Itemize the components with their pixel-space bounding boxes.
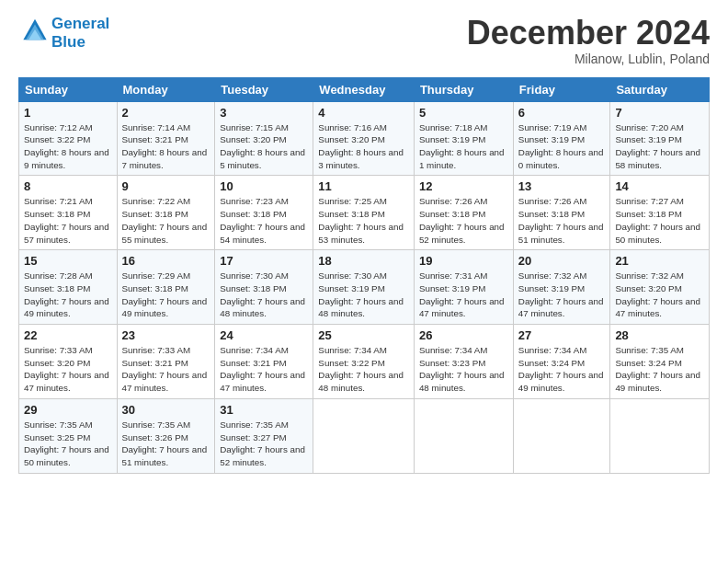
calendar-cell — [513, 398, 610, 473]
weekday-header-tuesday: Tuesday — [215, 77, 313, 101]
day-info: Sunrise: 7:30 AMSunset: 3:19 PMDaylight:… — [318, 270, 409, 320]
day-info: Sunrise: 7:27 AMSunset: 3:18 PMDaylight:… — [615, 195, 704, 246]
day-number: 17 — [220, 254, 308, 268]
day-info: Sunrise: 7:18 AMSunset: 3:19 PMDaylight:… — [419, 121, 508, 172]
day-info: Sunrise: 7:34 AMSunset: 3:24 PMDaylight:… — [518, 344, 606, 395]
day-number: 30 — [122, 403, 210, 417]
day-info: Sunrise: 7:34 AMSunset: 3:23 PMDaylight:… — [419, 344, 508, 395]
weekday-header-wednesday: Wednesday — [313, 77, 415, 101]
day-number: 9 — [122, 179, 210, 193]
calendar-cell: 1Sunrise: 7:12 AMSunset: 3:22 PMDaylight… — [19, 101, 118, 176]
day-info: Sunrise: 7:32 AMSunset: 3:19 PMDaylight:… — [518, 270, 606, 320]
day-number: 8 — [24, 179, 112, 193]
day-info: Sunrise: 7:20 AMSunset: 3:19 PMDaylight:… — [615, 121, 704, 172]
calendar-week-4: 22Sunrise: 7:33 AMSunset: 3:20 PMDayligh… — [19, 325, 710, 399]
calendar-cell: 25Sunrise: 7:34 AMSunset: 3:22 PMDayligh… — [313, 325, 415, 399]
day-number: 15 — [24, 254, 112, 268]
day-info: Sunrise: 7:12 AMSunset: 3:22 PMDaylight:… — [24, 121, 112, 172]
calendar-cell: 22Sunrise: 7:33 AMSunset: 3:20 PMDayligh… — [19, 325, 118, 399]
calendar-cell: 18Sunrise: 7:30 AMSunset: 3:19 PMDayligh… — [313, 250, 415, 325]
day-number: 14 — [615, 179, 704, 193]
day-number: 2 — [122, 106, 210, 120]
calendar-cell: 23Sunrise: 7:33 AMSunset: 3:21 PMDayligh… — [117, 325, 215, 399]
calendar-cell: 28Sunrise: 7:35 AMSunset: 3:24 PMDayligh… — [610, 325, 710, 399]
day-number: 19 — [419, 254, 508, 268]
calendar-cell: 24Sunrise: 7:34 AMSunset: 3:21 PMDayligh… — [215, 325, 313, 399]
weekday-header-monday: Monday — [117, 77, 215, 101]
logo-line2: Blue — [51, 33, 109, 52]
logo-general: General — [51, 15, 109, 32]
calendar-cell: 27Sunrise: 7:34 AMSunset: 3:24 PMDayligh… — [513, 325, 610, 399]
day-number: 23 — [122, 328, 210, 342]
day-number: 18 — [318, 254, 409, 268]
day-number: 7 — [615, 106, 704, 120]
day-number: 4 — [318, 106, 409, 120]
day-info: Sunrise: 7:35 AMSunset: 3:25 PMDaylight:… — [24, 419, 112, 469]
day-number: 29 — [24, 403, 112, 417]
day-info: Sunrise: 7:15 AMSunset: 3:20 PMDaylight:… — [220, 121, 308, 172]
day-number: 28 — [615, 328, 704, 342]
day-number: 5 — [419, 106, 508, 120]
day-number: 27 — [518, 328, 606, 342]
day-number: 25 — [318, 328, 409, 342]
calendar-table: SundayMondayTuesdayWednesdayThursdayFrid… — [18, 77, 710, 474]
logo-icon — [22, 17, 48, 42]
calendar-cell: 20Sunrise: 7:32 AMSunset: 3:19 PMDayligh… — [513, 250, 610, 325]
day-info: Sunrise: 7:32 AMSunset: 3:20 PMDaylight:… — [615, 270, 704, 320]
day-info: Sunrise: 7:35 AMSunset: 3:24 PMDaylight:… — [615, 344, 704, 395]
calendar-cell: 26Sunrise: 7:34 AMSunset: 3:23 PMDayligh… — [414, 325, 513, 399]
day-info: Sunrise: 7:22 AMSunset: 3:18 PMDaylight:… — [122, 195, 210, 246]
day-info: Sunrise: 7:19 AMSunset: 3:19 PMDaylight:… — [518, 121, 606, 172]
calendar-cell: 13Sunrise: 7:26 AMSunset: 3:18 PMDayligh… — [513, 176, 610, 250]
calendar-week-2: 8Sunrise: 7:21 AMSunset: 3:18 PMDaylight… — [19, 176, 710, 250]
calendar-cell: 6Sunrise: 7:19 AMSunset: 3:19 PMDaylight… — [513, 101, 610, 176]
calendar-week-5: 29Sunrise: 7:35 AMSunset: 3:25 PMDayligh… — [19, 398, 710, 473]
day-info: Sunrise: 7:34 AMSunset: 3:21 PMDaylight:… — [220, 344, 308, 395]
month-title: December 2024 — [467, 15, 710, 52]
calendar-cell: 14Sunrise: 7:27 AMSunset: 3:18 PMDayligh… — [610, 176, 710, 250]
day-number: 6 — [518, 106, 606, 120]
calendar-cell: 17Sunrise: 7:30 AMSunset: 3:18 PMDayligh… — [215, 250, 313, 325]
day-info: Sunrise: 7:35 AMSunset: 3:26 PMDaylight:… — [122, 419, 210, 469]
day-number: 24 — [220, 328, 308, 342]
day-info: Sunrise: 7:25 AMSunset: 3:18 PMDaylight:… — [318, 195, 409, 246]
day-info: Sunrise: 7:33 AMSunset: 3:21 PMDaylight:… — [122, 344, 210, 395]
page: General Blue December 2024 Milanow, Lubl… — [0, 0, 728, 483]
day-number: 21 — [615, 254, 704, 268]
calendar-cell — [610, 398, 710, 473]
day-info: Sunrise: 7:26 AMSunset: 3:18 PMDaylight:… — [518, 195, 606, 246]
weekday-header-thursday: Thursday — [414, 77, 513, 101]
calendar-cell: 31Sunrise: 7:35 AMSunset: 3:27 PMDayligh… — [215, 398, 313, 473]
day-info: Sunrise: 7:33 AMSunset: 3:20 PMDaylight:… — [24, 344, 112, 395]
day-number: 16 — [122, 254, 210, 268]
calendar-cell: 10Sunrise: 7:23 AMSunset: 3:18 PMDayligh… — [215, 176, 313, 250]
day-number: 20 — [518, 254, 606, 268]
day-info: Sunrise: 7:31 AMSunset: 3:19 PMDaylight:… — [419, 270, 508, 320]
calendar-cell: 30Sunrise: 7:35 AMSunset: 3:26 PMDayligh… — [117, 398, 215, 473]
day-number: 12 — [419, 179, 508, 193]
calendar-week-3: 15Sunrise: 7:28 AMSunset: 3:18 PMDayligh… — [19, 250, 710, 325]
logo: General Blue — [18, 15, 109, 52]
calendar-cell: 12Sunrise: 7:26 AMSunset: 3:18 PMDayligh… — [414, 176, 513, 250]
calendar-week-1: 1Sunrise: 7:12 AMSunset: 3:22 PMDaylight… — [19, 101, 710, 176]
day-info: Sunrise: 7:23 AMSunset: 3:18 PMDaylight:… — [220, 195, 308, 246]
day-info: Sunrise: 7:26 AMSunset: 3:18 PMDaylight:… — [419, 195, 508, 246]
location-subtitle: Milanow, Lublin, Poland — [467, 52, 710, 66]
day-info: Sunrise: 7:28 AMSunset: 3:18 PMDaylight:… — [24, 270, 112, 320]
header: General Blue December 2024 Milanow, Lubl… — [18, 15, 710, 66]
weekday-header-friday: Friday — [513, 77, 610, 101]
day-number: 1 — [24, 106, 112, 120]
day-number: 3 — [220, 106, 308, 120]
weekday-header-sunday: Sunday — [19, 77, 118, 101]
day-number: 11 — [318, 179, 409, 193]
weekday-header-saturday: Saturday — [610, 77, 710, 101]
weekday-header-row: SundayMondayTuesdayWednesdayThursdayFrid… — [19, 77, 710, 101]
day-number: 10 — [220, 179, 308, 193]
day-number: 22 — [24, 328, 112, 342]
day-info: Sunrise: 7:16 AMSunset: 3:20 PMDaylight:… — [318, 121, 409, 172]
day-number: 13 — [518, 179, 606, 193]
calendar-cell: 2Sunrise: 7:14 AMSunset: 3:21 PMDaylight… — [117, 101, 215, 176]
day-info: Sunrise: 7:34 AMSunset: 3:22 PMDaylight:… — [318, 344, 409, 395]
calendar-cell: 9Sunrise: 7:22 AMSunset: 3:18 PMDaylight… — [117, 176, 215, 250]
calendar-cell: 15Sunrise: 7:28 AMSunset: 3:18 PMDayligh… — [19, 250, 118, 325]
